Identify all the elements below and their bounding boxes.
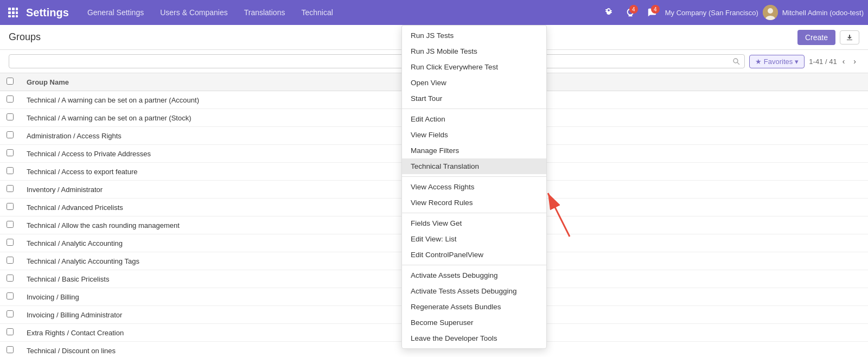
- prev-page-button[interactable]: ‹: [839, 56, 848, 67]
- row-checkbox[interactable]: [7, 113, 14, 120]
- messages-icon-btn[interactable]: 4: [643, 4, 661, 21]
- menu-item-run-js-tests[interactable]: Run JS Tests: [402, 28, 546, 43]
- user-avatar: [763, 5, 778, 20]
- row-checkbox[interactable]: [7, 275, 14, 282]
- next-page-button[interactable]: ›: [850, 56, 859, 67]
- row-checkbox-cell[interactable]: [0, 234, 20, 252]
- svg-rect-8: [16, 15, 18, 17]
- nav-menu: General Settings Users & Companies Trans…: [80, 5, 598, 20]
- row-checkbox[interactable]: [7, 310, 14, 317]
- page-body: Groups Create ★ Favorites ▾ 1-41 / 41 ‹ …: [0, 25, 868, 357]
- create-button[interactable]: Create: [797, 30, 835, 45]
- menu-divider: [402, 213, 546, 213]
- row-checkbox-cell[interactable]: [0, 324, 20, 342]
- nav-technical[interactable]: Technical: [293, 5, 340, 20]
- page-title: Groups: [9, 31, 793, 43]
- svg-rect-3: [8, 11, 11, 14]
- row-checkbox[interactable]: [7, 257, 14, 264]
- row-checkbox-cell[interactable]: [0, 181, 20, 199]
- menu-item-regenerate-assets[interactable]: Regenerate Assets Bundles: [402, 299, 546, 315]
- row-checkbox[interactable]: [7, 328, 14, 335]
- svg-rect-4: [12, 11, 15, 14]
- menu-item-leave-developer-tools[interactable]: Leave the Developer Tools: [402, 330, 546, 346]
- menu-item-run-click-everywhere[interactable]: Run Click Everywhere Test: [402, 59, 546, 75]
- row-checkbox-cell[interactable]: [0, 127, 20, 145]
- row-checkbox-cell[interactable]: [0, 91, 20, 109]
- favorites-star: ★: [755, 58, 762, 66]
- svg-rect-1: [12, 8, 15, 10]
- nav-translations[interactable]: Translations: [237, 5, 293, 20]
- row-checkbox[interactable]: [7, 149, 14, 156]
- row-checkbox-cell[interactable]: [0, 109, 20, 127]
- row-checkbox-cell[interactable]: [0, 306, 20, 324]
- export-button[interactable]: [840, 30, 859, 44]
- svg-rect-2: [16, 8, 18, 10]
- row-checkbox-cell[interactable]: [0, 163, 20, 181]
- favorites-label: Favorites: [764, 58, 793, 66]
- svg-point-10: [768, 8, 773, 14]
- nav-users-companies[interactable]: Users & Companies: [152, 5, 235, 20]
- svg-point-12: [733, 59, 738, 63]
- main-content: Groups Create ★ Favorites ▾ 1-41 / 41 ‹ …: [0, 25, 868, 357]
- menu-item-become-superuser[interactable]: Become Superuser: [402, 315, 546, 330]
- menu-item-view-fields[interactable]: View Fields: [402, 127, 546, 143]
- row-checkbox[interactable]: [7, 95, 14, 103]
- select-all-checkbox[interactable]: [7, 78, 14, 85]
- search-input-wrapper[interactable]: [9, 54, 745, 68]
- menu-item-run-js-mobile-tests[interactable]: Run JS Mobile Tests: [402, 43, 546, 59]
- row-checkbox[interactable]: [7, 131, 14, 138]
- nav-general-settings[interactable]: General Settings: [80, 5, 151, 20]
- svg-line-13: [737, 62, 739, 65]
- favorites-chevron: ▾: [795, 58, 799, 66]
- row-checkbox[interactable]: [7, 239, 14, 246]
- menu-item-start-tour[interactable]: Start Tour: [402, 91, 546, 106]
- row-checkbox-cell[interactable]: [0, 270, 20, 288]
- app-brand: Settings: [26, 7, 69, 19]
- favorites-button[interactable]: ★ Favorites ▾: [749, 55, 805, 68]
- menu-item-fields-view-get[interactable]: Fields View Get: [402, 215, 546, 231]
- menu-divider: [402, 265, 546, 265]
- menu-item-view-access-rights[interactable]: View Access Rights: [402, 179, 546, 195]
- svg-rect-6: [8, 15, 11, 17]
- top-navigation: Settings General Settings Users & Compan…: [0, 0, 868, 25]
- row-checkbox[interactable]: [7, 203, 14, 210]
- row-checkbox[interactable]: [7, 167, 14, 174]
- row-checkbox-cell[interactable]: [0, 145, 20, 163]
- svg-rect-5: [16, 11, 18, 14]
- debug-dropdown-menu: Run JS TestsRun JS Mobile TestsRun Click…: [401, 25, 547, 349]
- search-input[interactable]: [14, 57, 732, 66]
- user-menu[interactable]: Mitchell Admin (odoo-test): [763, 5, 864, 20]
- row-checkbox[interactable]: [7, 292, 14, 299]
- menu-item-technical-translation[interactable]: Technical Translation: [402, 158, 546, 174]
- activity-icon-btn[interactable]: 4: [622, 4, 639, 21]
- menu-divider: [402, 109, 546, 109]
- row-checkbox-cell[interactable]: [0, 252, 20, 270]
- menu-item-activate-tests-assets[interactable]: Activate Tests Assets Debugging: [402, 283, 546, 299]
- row-checkbox-cell[interactable]: [0, 216, 20, 234]
- menu-item-activate-assets-debugging[interactable]: Activate Assets Debugging: [402, 267, 546, 283]
- row-checkbox[interactable]: [7, 346, 14, 353]
- menu-item-manage-filters[interactable]: Manage Filters: [402, 143, 546, 158]
- menu-item-edit-action[interactable]: Edit Action: [402, 111, 546, 127]
- menu-item-open-view[interactable]: Open View: [402, 75, 546, 91]
- menu-item-view-record-rules[interactable]: View Record Rules: [402, 195, 546, 211]
- row-checkbox-cell[interactable]: [0, 288, 20, 306]
- messages-badge: 4: [651, 5, 660, 14]
- search-icon: [732, 58, 740, 65]
- debug-icon-btn[interactable]: [600, 4, 617, 21]
- pagination: 1-41 / 41 ‹ ›: [809, 56, 859, 67]
- menu-item-edit-control-panel[interactable]: Edit ControlPanelView: [402, 247, 546, 263]
- row-checkbox-cell[interactable]: [0, 199, 20, 216]
- menu-divider: [402, 176, 546, 177]
- row-checkbox-cell[interactable]: [0, 342, 20, 358]
- nav-right-section: 4 4 My Company (San Francisco) Mitchell …: [600, 4, 864, 21]
- apps-grid-icon[interactable]: [4, 4, 22, 21]
- row-checkbox[interactable]: [7, 185, 14, 192]
- select-all-header[interactable]: [0, 73, 20, 91]
- svg-rect-7: [12, 15, 15, 17]
- svg-rect-0: [8, 8, 11, 10]
- user-name: Mitchell Admin (odoo-test): [782, 9, 864, 17]
- activity-badge: 4: [629, 5, 638, 14]
- menu-item-edit-view-list[interactable]: Edit View: List: [402, 231, 546, 247]
- row-checkbox[interactable]: [7, 221, 14, 228]
